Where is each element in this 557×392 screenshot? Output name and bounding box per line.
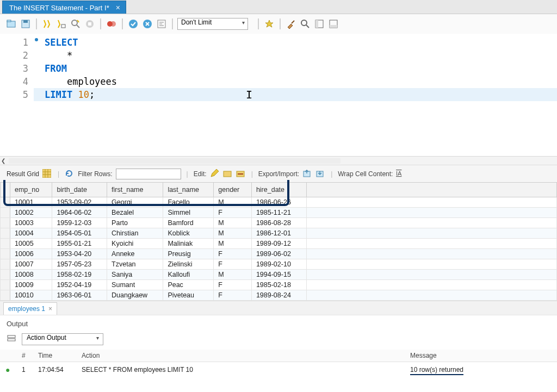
cell[interactable]: F xyxy=(214,208,252,218)
cell[interactable]: 10006 xyxy=(10,249,52,259)
check-icon[interactable] xyxy=(127,18,139,30)
table-row[interactable]: 100021964-06-02BezalelSimmelF1985-11-21 xyxy=(1,208,557,218)
cell[interactable]: 1994-09-15 xyxy=(251,270,306,280)
panel1-icon[interactable] xyxy=(313,18,325,30)
log-row[interactable]: ● 1 17:04:54 SELECT * FROM employees LIM… xyxy=(0,362,557,378)
cell[interactable]: 1958-02-19 xyxy=(52,270,107,280)
cell[interactable]: 1985-11-21 xyxy=(251,208,306,218)
cell[interactable]: Zielinski xyxy=(163,259,214,270)
cell[interactable]: Chirstian xyxy=(107,228,163,239)
execute-icon[interactable] xyxy=(41,18,53,30)
cell[interactable]: Piveteau xyxy=(163,290,214,301)
cell[interactable]: 1964-06-02 xyxy=(52,208,107,218)
cell[interactable]: Parto xyxy=(107,218,163,228)
cell[interactable]: M xyxy=(214,239,252,249)
col-header[interactable]: last_name xyxy=(163,183,214,197)
cell[interactable]: 1963-06-01 xyxy=(52,290,107,301)
cell[interactable]: 1986-06-26 xyxy=(251,197,306,208)
cell[interactable]: Simmel xyxy=(163,208,214,218)
table-row[interactable]: 100101963-06-01DuangkaewPiveteauF1989-08… xyxy=(1,290,557,301)
cell[interactable]: Kyoichi xyxy=(107,239,163,249)
open-icon[interactable] xyxy=(5,18,17,30)
cell[interactable]: 1952-04-19 xyxy=(52,280,107,290)
col-header[interactable]: birth_date xyxy=(52,183,107,197)
grid-icon[interactable] xyxy=(42,169,52,179)
col-header[interactable]: gender xyxy=(214,183,252,197)
file-tab[interactable]: The INSERT Statement - Part I* × xyxy=(2,1,126,14)
cell[interactable]: 10004 xyxy=(10,228,52,239)
cell[interactable]: Facello xyxy=(163,197,214,208)
result-grid[interactable]: emp_no birth_date first_name last_name g… xyxy=(0,182,557,301)
filter-input[interactable] xyxy=(116,169,181,179)
table-row[interactable]: 100011953-09-02GeorgiFacelloM1986-06-26 xyxy=(1,197,557,208)
cell[interactable]: M xyxy=(214,218,252,228)
wrap-icon[interactable]: IA xyxy=(396,169,406,179)
cell[interactable]: Tzvetan xyxy=(107,259,163,270)
horizontal-scrollbar[interactable]: ❮ xyxy=(0,156,557,165)
delete-row-icon[interactable] xyxy=(236,169,246,179)
sql-editor[interactable]: 1 2 3 4 5 SELECT * FROM employees LIMIT … xyxy=(0,34,557,156)
beautify-icon[interactable] xyxy=(156,18,168,30)
cell[interactable]: Kalloufi xyxy=(163,270,214,280)
table-row[interactable]: 100071957-05-23TzvetanZielinskiF1989-02-… xyxy=(1,259,557,270)
cell[interactable]: Bezalel xyxy=(107,208,163,218)
cell[interactable]: Peac xyxy=(163,280,214,290)
cell[interactable]: F xyxy=(214,259,252,270)
edit-pencil-icon[interactable] xyxy=(210,169,220,179)
commit-icon[interactable] xyxy=(106,18,117,30)
col-header[interactable]: first_name xyxy=(107,183,163,197)
cell[interactable]: 10005 xyxy=(10,239,52,249)
cell[interactable]: Bamford xyxy=(163,218,214,228)
star-icon[interactable] xyxy=(263,18,275,30)
cell[interactable]: Georgi xyxy=(107,197,163,208)
cell[interactable]: 10009 xyxy=(10,280,52,290)
cell[interactable]: F xyxy=(214,249,252,259)
cell[interactable]: 1954-05-01 xyxy=(52,228,107,239)
table-row[interactable]: 100061953-04-20AnnekePreusigF1989-06-02 xyxy=(1,249,557,259)
explain-icon[interactable] xyxy=(70,18,82,30)
search-icon[interactable] xyxy=(299,18,311,30)
cell[interactable]: Sumant xyxy=(107,280,163,290)
cell[interactable]: 1953-09-02 xyxy=(52,197,107,208)
export-icon[interactable] xyxy=(302,169,312,179)
cell[interactable]: F xyxy=(214,280,252,290)
chevron-left-icon[interactable]: ❮ xyxy=(1,158,5,164)
close-icon[interactable]: × xyxy=(48,305,52,313)
scrollbar-track[interactable] xyxy=(9,158,341,164)
cell[interactable]: 10010 xyxy=(10,290,52,301)
cell[interactable]: Koblick xyxy=(163,228,214,239)
cell[interactable]: Duangkaew xyxy=(107,290,163,301)
panel2-icon[interactable] xyxy=(327,18,339,30)
output-stack-icon[interactable] xyxy=(7,334,16,344)
result-tab[interactable]: employees 1 × xyxy=(3,302,57,315)
cell[interactable]: M xyxy=(214,270,252,280)
cell[interactable]: Anneke xyxy=(107,249,163,259)
brush-icon[interactable] xyxy=(285,18,297,30)
code-area[interactable]: SELECT * FROM employees LIMIT 10; I xyxy=(34,34,557,156)
table-row[interactable]: 100091952-04-19SumantPeacF1985-02-18 xyxy=(1,280,557,290)
cell[interactable]: 1959-12-03 xyxy=(52,218,107,228)
limit-dropdown[interactable]: Don't Limit xyxy=(177,18,248,30)
cell[interactable]: 10001 xyxy=(10,197,52,208)
save-icon[interactable] xyxy=(20,18,32,30)
cell[interactable]: 1955-01-21 xyxy=(52,239,107,249)
cell[interactable]: M xyxy=(214,197,252,208)
cell[interactable]: 10003 xyxy=(10,218,52,228)
cell[interactable]: Maliniak xyxy=(163,239,214,249)
cancel-icon[interactable] xyxy=(141,18,153,30)
output-type-dropdown[interactable]: Action Output xyxy=(22,333,103,345)
cell[interactable]: 1989-09-12 xyxy=(251,239,306,249)
add-row-icon[interactable] xyxy=(223,169,233,179)
cell[interactable]: 10008 xyxy=(10,270,52,280)
cell[interactable]: F xyxy=(214,290,252,301)
cell[interactable]: 1989-06-02 xyxy=(251,249,306,259)
cell[interactable]: 10007 xyxy=(10,259,52,270)
table-row[interactable]: 100031959-12-03PartoBamfordM1986-08-28 xyxy=(1,218,557,228)
cell[interactable]: Saniya xyxy=(107,270,163,280)
cell[interactable]: 1989-08-24 xyxy=(251,290,306,301)
cell[interactable]: Preusig xyxy=(163,249,214,259)
execute-current-icon[interactable] xyxy=(55,18,67,30)
col-header[interactable]: emp_no xyxy=(10,183,52,197)
cell[interactable]: 1957-05-23 xyxy=(52,259,107,270)
cell[interactable]: 10002 xyxy=(10,208,52,218)
